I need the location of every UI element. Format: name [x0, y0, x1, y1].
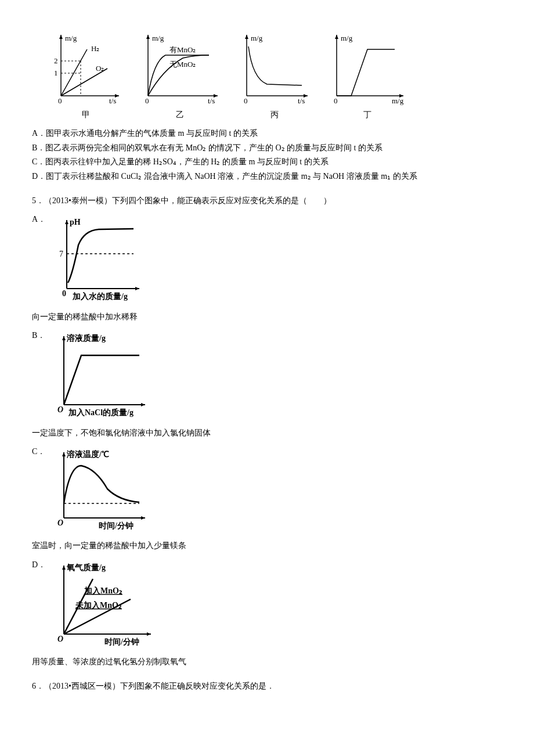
ylabel: 溶液温度/℃	[66, 449, 109, 459]
ylabel: m/g	[251, 34, 263, 42]
ytick1: 1	[54, 69, 58, 77]
o2-label: O₂	[96, 64, 104, 73]
q4-option-d: D．图丁表示往稀盐酸和 CuCl₂ 混合液中滴入 NaOH 溶液，产生的沉淀质量…	[32, 170, 502, 183]
choice-letter-a: A．	[32, 213, 49, 226]
svg-marker-20	[335, 35, 338, 39]
zero: 0	[244, 96, 248, 105]
chart-bing-label: 丙	[232, 109, 316, 121]
q5b-graph: 溶液质量/g O 加入NaCl的质量/g	[49, 329, 502, 423]
q5-choice-c: C． 溶液温度/℃ O 时间/分钟 室温时，向一定量的稀盐酸中加入少量镁条	[32, 445, 502, 553]
q5-stem: 5．（2013•泰州一模）下列四个图象中，能正确表示反应对应变化关系的是（ ）	[32, 195, 502, 207]
choice-letter-b: B．	[32, 329, 49, 342]
svg-marker-12	[146, 35, 150, 39]
zero: 0	[145, 96, 149, 105]
chart-ding-svg: m/g m/g 0	[322, 29, 412, 107]
chart-bing: m/g t/s 0 丙	[232, 29, 316, 121]
h2-label: H₂	[91, 44, 99, 53]
ylabel: m/g	[65, 34, 77, 42]
xlabel: 时间/分钟	[99, 521, 134, 530]
chart-jia-label: 甲	[44, 109, 128, 121]
zero: 0	[58, 96, 62, 105]
svg-marker-16	[245, 35, 248, 39]
chart-yi-svg: m/g t/s 0 有MnO₂ 无MnO₂	[134, 29, 226, 107]
svg-marker-29	[62, 336, 66, 340]
chart-bing-svg: m/g t/s 0	[232, 29, 316, 107]
q4-options: A．图甲表示水通电分解产生的气体质量 m 与反应时间 t 的关系 B．图乙表示两…	[32, 127, 502, 183]
svg-line-4	[61, 49, 87, 96]
ylabel: m/g	[152, 34, 164, 42]
q4-option-b: B．图乙表示两份完全相同的双氧水在有无 MnO₂ 的情况下，产生的 O₂ 的质量…	[32, 142, 502, 154]
q5c-graph: 溶液温度/℃ O 时间/分钟	[49, 445, 502, 537]
chart-jia-svg: m/g t/s 0 2 1 H₂ O₂	[44, 29, 128, 107]
svg-marker-27	[141, 403, 145, 406]
ylabel: 溶液质量/g	[66, 333, 106, 343]
xlabel: t/s	[208, 96, 215, 105]
xlabel: 加入NaCl的质量/g	[68, 408, 134, 417]
chart-jia: m/g t/s 0 2 1 H₂ O₂ 甲	[44, 29, 128, 121]
q5c-desc: 室温时，向一定量的稀盐酸中加入少量镁条	[32, 539, 502, 552]
q5a-graph: pH 7 0 加入水的质量/g	[49, 213, 502, 307]
ylabel: 氧气质量/g	[66, 563, 106, 572]
chart-ding-label: 丁	[322, 109, 412, 121]
q5d-graph: 氧气质量/g O 时间/分钟 加入MnO₂ 未加入MnO₂	[49, 559, 502, 653]
chart-yi: m/g t/s 0 有MnO₂ 无MnO₂ 乙	[134, 29, 226, 121]
svg-marker-36	[147, 632, 151, 636]
q5-choice-a: A． pH 7 0 加入水的质量/g 向一定量的稀盐酸中加水稀释	[32, 213, 502, 323]
svg-marker-38	[62, 566, 66, 570]
wu-label: 无MnO₂	[169, 60, 196, 69]
q4-charts-row: m/g t/s 0 2 1 H₂ O₂ 甲 m/g t/s 0 有MnO₂ 无M…	[44, 29, 502, 121]
choice-letter-c: C．	[32, 445, 49, 458]
xlabel: 时间/分钟	[104, 638, 139, 646]
origin: O	[57, 635, 63, 643]
q5-choice-d: D． 氧气质量/g O 时间/分钟 加入MnO₂ 未加入MnO₂ 用等质量、等浓…	[32, 559, 502, 669]
ser1: 加入MnO₂	[84, 586, 122, 595]
q4-option-c: C．图丙表示往锌中加入足量的稀 H₂SO₄，产生的 H₂ 的质量 m 与反应时间…	[32, 156, 502, 168]
q5b-desc: 一定温度下，不饱和氯化钠溶液中加入氯化钠固体	[32, 427, 502, 440]
ylabel: pH	[70, 218, 81, 226]
choice-letter-d: D．	[32, 559, 49, 571]
xlabel: t/s	[109, 96, 116, 105]
zero: 0	[334, 96, 338, 105]
q4-option-a: A．图甲表示水通电分解产生的气体质量 m 与反应时间 t 的关系	[32, 127, 502, 140]
svg-marker-24	[65, 220, 68, 224]
ytick2: 2	[54, 56, 58, 65]
svg-marker-33	[62, 452, 66, 456]
svg-marker-3	[59, 35, 63, 39]
origin: 0	[62, 289, 66, 298]
chart-yi-label: 乙	[134, 109, 226, 121]
chart-ding: m/g m/g 0 丁	[322, 29, 412, 121]
ytick7: 7	[59, 250, 63, 258]
xlabel: 加入水的质量/g	[72, 291, 128, 301]
origin: O	[57, 405, 63, 414]
xlabel: m/g	[392, 96, 404, 105]
q5a-desc: 向一定量的稀盐酸中加水稀释	[32, 311, 502, 323]
xlabel: t/s	[298, 96, 305, 105]
svg-marker-31	[141, 516, 145, 520]
q5-choice-b: B． 溶液质量/g O 加入NaCl的质量/g 一定温度下，不饱和氯化钠溶液中加…	[32, 329, 502, 440]
ylabel: m/g	[341, 34, 353, 42]
you-label: 有MnO₂	[169, 45, 196, 54]
origin: O	[57, 519, 63, 527]
svg-marker-22	[135, 287, 139, 290]
q6-stem: 6．（2013•西城区一模）下列图象不能正确反映对应变化关系的是．	[32, 680, 502, 693]
q5d-desc: 用等质量、等浓度的过氧化氢分别制取氧气	[32, 656, 502, 668]
svg-line-5	[61, 69, 107, 96]
ser2: 未加入MnO₂	[75, 601, 122, 610]
